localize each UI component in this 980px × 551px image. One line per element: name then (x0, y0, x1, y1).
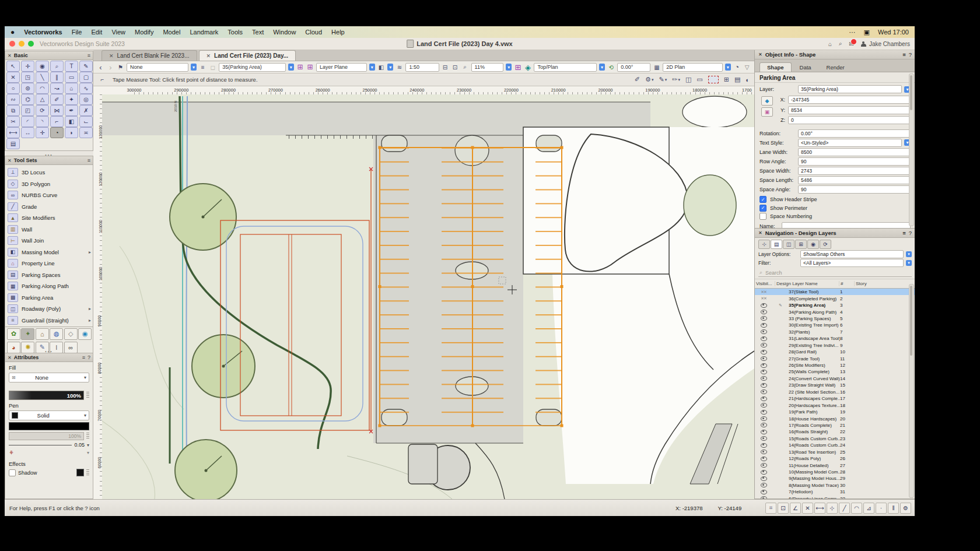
visibility-eye-icon[interactable] (761, 476, 767, 481)
visibility-eye-icon[interactable] (761, 383, 767, 388)
visibility-eye-icon[interactable] (761, 423, 767, 427)
column-header-4[interactable]: Story (854, 281, 877, 286)
column-header-2[interactable]: Design Layer Name (775, 281, 839, 286)
visibility-eye-icon[interactable] (761, 483, 767, 487)
nav-sheet-layers-icon[interactable]: ◫ (783, 240, 794, 249)
layer-options-dropdown-button[interactable]: ▾ (906, 251, 912, 257)
forward-icon[interactable]: › (107, 63, 114, 71)
layer-row[interactable]: 7(Heliodon)31 (755, 489, 915, 495)
layer-toggle-icon[interactable]: ◻ (209, 63, 216, 71)
control-center-icon[interactable]: ▣ (864, 29, 870, 36)
fillet-point-tool-icon[interactable]: ◝ (35, 116, 50, 127)
layer-row[interactable]: 19(Park Path)19 (755, 409, 915, 415)
look-at-working-plane-icon[interactable]: ◧ (377, 63, 385, 71)
layer-row[interactable]: ✕✕37(Stake Tool)1 (755, 289, 915, 295)
show-header-stripe-checkbox[interactable]: ✓ (760, 196, 766, 203)
home-icon[interactable]: ⌂ (828, 41, 832, 47)
view-mode-3d-icon[interactable]: ◈ (524, 63, 531, 71)
space-numbering-checkbox[interactable] (760, 213, 766, 220)
arc-tool-icon[interactable]: ◠ (35, 83, 50, 94)
drag-grip[interactable] (86, 469, 89, 476)
plane-dropdown[interactable]: Layer Plane (316, 63, 367, 72)
rounded-rectangle-tool-icon[interactable]: ▢ (79, 72, 93, 83)
menu-item-modify[interactable]: Modify (135, 29, 153, 36)
column-header-3[interactable]: # (839, 281, 854, 286)
nav-viewports-icon[interactable]: ⊞ (795, 240, 807, 249)
marker-style-icon[interactable]: ⚘ (9, 450, 14, 456)
toolset-wall[interactable]: ▥Wall (8, 224, 93, 236)
layer-row[interactable]: 11(House Detailed)27 (755, 462, 915, 468)
line-weight-dropdown-button[interactable]: ▾ (87, 443, 89, 448)
visibility-eye-icon[interactable] (761, 436, 767, 441)
callout-tool-icon[interactable]: ✎ (79, 61, 93, 72)
drawing-canvas[interactable]: 2010 N (102, 94, 754, 499)
tab-render[interactable]: Render (820, 63, 852, 72)
visibility-eye-icon[interactable] (761, 370, 767, 374)
attribute-pen-icon[interactable]: ✐ (635, 76, 640, 83)
visibility-eye-icon[interactable] (761, 310, 767, 314)
back-icon[interactable]: ‹ (97, 63, 104, 71)
offset-tool-icon[interactable]: ✒ (64, 105, 79, 116)
close-icon[interactable]: ✕ (758, 52, 762, 57)
layer-row[interactable]: 8(Massing Model Trace)30 (755, 482, 915, 489)
marker-dropdown-button[interactable]: ▾ (87, 450, 89, 455)
property-field[interactable]: <Un-Styled> (798, 139, 902, 147)
close-icon[interactable]: ✕ (758, 230, 762, 236)
layer-row[interactable]: 9(Massing Model Hous...29 (755, 475, 915, 482)
selection-tool-icon[interactable]: ↖ (6, 61, 20, 72)
shell-tool-icon[interactable]: ◧ (64, 116, 79, 127)
column-layout-icon[interactable]: ▤ (734, 76, 740, 83)
menu-icon[interactable]: ≡ (88, 52, 90, 58)
layer-row[interactable]: ✎35(Parking Area)3 (755, 302, 915, 308)
toolset-massing-model[interactable]: ◧Massing Model▸ (8, 247, 93, 258)
filter-dropdown-button[interactable]: ▾ (906, 260, 912, 266)
reshape-mode-icon[interactable]: ◆ (761, 96, 773, 106)
document-tab-1[interactable]: ✕Land Cert Blank File 2023... (102, 50, 197, 61)
space-planning-category[interactable]: ◇ (64, 328, 78, 340)
polyline-tool-icon[interactable]: ∿ (79, 83, 93, 94)
visibility-eye-icon[interactable] (761, 490, 767, 494)
tab-close-icon[interactable]: ✕ (206, 53, 211, 59)
shadow-color-swatch[interactable] (76, 469, 84, 476)
wand-tool-icon[interactable]: ✦ (64, 94, 79, 105)
magnifier-icon[interactable]: ⌕ (461, 63, 469, 71)
scrollbar[interactable] (909, 284, 914, 498)
active-layer-dropdown[interactable]: 35(Parking Area) (219, 63, 285, 72)
oval-tool-icon[interactable]: ⊜ (20, 83, 35, 94)
property-field[interactable]: 2743 (798, 167, 911, 175)
building-shell-category[interactable]: ⌂ (35, 328, 50, 340)
apple-menu-icon[interactable]: ● (10, 29, 15, 36)
zoom-window-button[interactable] (28, 41, 34, 47)
tab-close-icon[interactable]: ✕ (109, 53, 114, 59)
snap-intersection-icon[interactable]: ✕ (802, 503, 813, 514)
toolset-guardrail-straight-[interactable]: ≡Guardrail (Straight)▸ (8, 315, 93, 327)
saved-view-dropdown[interactable]: None (127, 63, 188, 72)
toolset-site-modifiers[interactable]: ▲Site Modifiers (8, 212, 93, 224)
protractor-tool-icon[interactable]: ◗ (64, 127, 79, 138)
visibility-eye-icon[interactable] (761, 463, 767, 468)
pen-opacity-slider[interactable]: 100% (9, 432, 84, 440)
saved-view-dropdown-button[interactable]: ▾ (191, 64, 197, 71)
viewport-grid-icon[interactable]: ⊞ (724, 76, 729, 83)
toolset-3d-polygon[interactable]: ◇3D Polygon (8, 178, 93, 190)
menu-item-landmark[interactable]: Landmark (190, 29, 218, 36)
layer-row[interactable]: ✕✕36(Completed Parking)2 (755, 295, 915, 301)
menu-item-model[interactable]: Model (163, 29, 180, 36)
visibility-eye-icon[interactable] (761, 389, 767, 394)
tab-shape[interactable]: Shape (760, 62, 792, 72)
show-perimeter-checkbox[interactable]: ✓ (760, 205, 766, 212)
spiral-tool-icon[interactable]: ↝ (50, 83, 64, 94)
constrained-dimension-tool-icon[interactable]: ⟷ (6, 127, 20, 138)
layer-row[interactable]: 14(Roads Custom Curb...24 (755, 442, 915, 448)
compose-tool-icon[interactable]: ▤ (6, 138, 20, 149)
plain-rectangle-icon[interactable]: ▭ (696, 76, 702, 83)
constraint-mode-icon[interactable]: ▣ (761, 107, 773, 117)
visibility-eye-icon[interactable] (761, 430, 767, 434)
pen-style-icon[interactable]: ✎▾ (659, 76, 667, 83)
visibility-eye-icon[interactable] (761, 303, 767, 308)
layer-row[interactable]: 22 (Site Model Section...16 (755, 389, 915, 395)
visibility-off-icon[interactable]: ✕✕ (761, 290, 766, 294)
layer-row[interactable]: 13(Road Tee Insertion)25 (755, 449, 915, 455)
toolset-3d-locus[interactable]: ⟂3D Locus (8, 167, 93, 178)
tool-mode-icon[interactable]: ⌐ (98, 76, 107, 84)
